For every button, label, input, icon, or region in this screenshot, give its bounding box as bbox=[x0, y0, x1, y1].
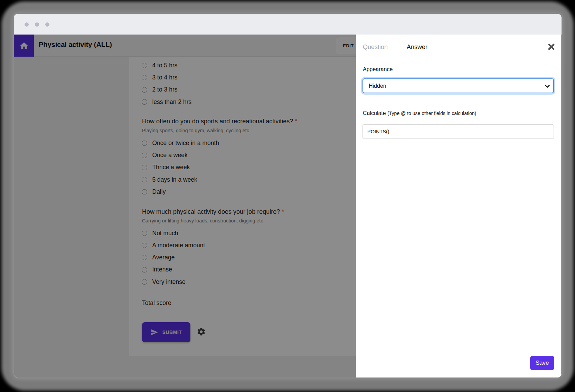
save-button[interactable]: Save bbox=[530, 356, 554, 370]
settings-drawer: Question Answer Appearance Hidden Calcul… bbox=[356, 35, 562, 377]
close-icon[interactable] bbox=[548, 44, 555, 50]
appearance-select-value: Hidden bbox=[369, 83, 386, 89]
app-viewport: Physical activity (ALL) EDIT 4 to 5 hrs3… bbox=[14, 35, 562, 377]
appearance-label: Appearance bbox=[363, 66, 393, 73]
calculate-input[interactable]: POINTS() bbox=[362, 124, 554, 139]
chevron-down-icon bbox=[544, 83, 550, 89]
window-dot-icon bbox=[45, 22, 49, 27]
browser-window: Physical activity (ALL) EDIT 4 to 5 hrs3… bbox=[14, 14, 562, 377]
calculate-hint: (Type @ to use other fields in calculati… bbox=[387, 111, 476, 116]
window-dot-icon bbox=[25, 22, 29, 27]
window-dot-icon bbox=[35, 22, 39, 27]
appearance-select[interactable]: Hidden bbox=[362, 78, 554, 93]
tab-answer[interactable]: Answer bbox=[407, 44, 427, 51]
calculate-label: Calculate (Type @ to use other fields in… bbox=[363, 110, 476, 116]
calculate-input-value: POINTS() bbox=[367, 129, 389, 134]
drawer-footer-divider bbox=[356, 348, 562, 348]
save-button-label: Save bbox=[536, 360, 549, 366]
tab-question[interactable]: Question bbox=[363, 44, 388, 51]
window-titlebar bbox=[14, 14, 562, 35]
